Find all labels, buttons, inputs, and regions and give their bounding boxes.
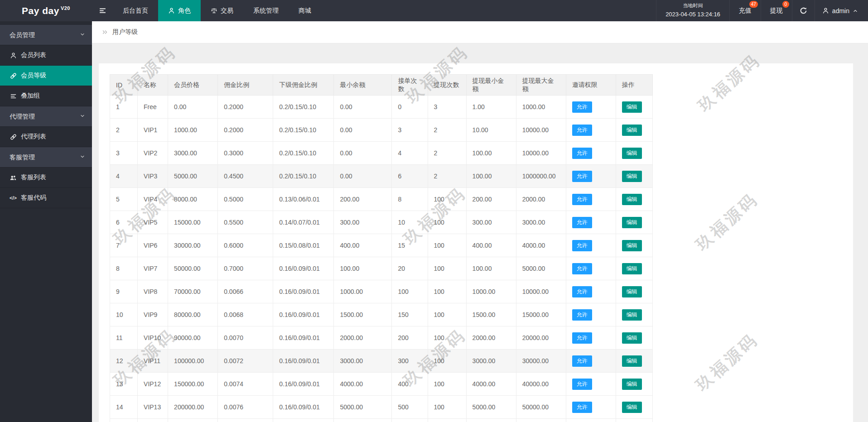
people-icon <box>10 174 17 181</box>
table-cell: 8 <box>392 188 428 211</box>
table-row: 2VIP11000.000.20000.2/0.15/0.100.003210.… <box>110 119 653 142</box>
sidebar-group[interactable]: 会员管理 <box>0 25 92 45</box>
sidebar-group[interactable]: 客服管理 <box>0 147 92 168</box>
sidebar-item[interactable]: 客服列表 <box>0 168 92 188</box>
allow-button[interactable]: 允许 <box>572 240 592 251</box>
table-cell: 允许 <box>566 188 616 211</box>
table-cell: 0.0070 <box>218 326 273 350</box>
top-nav-item[interactable]: 商城 <box>289 0 321 21</box>
table-cell: 15 <box>392 234 428 257</box>
allow-button[interactable]: 允许 <box>572 217 592 228</box>
sidebar-toggle-button[interactable] <box>92 0 113 21</box>
edit-button[interactable]: 编辑 <box>622 355 642 367</box>
table-cell: 0.0078 <box>218 419 273 422</box>
top-nav-item[interactable]: 交易 <box>201 0 243 21</box>
table-cell: 3 <box>392 119 428 142</box>
table-cell: 100 <box>428 188 466 211</box>
edit-button[interactable]: 编辑 <box>622 217 642 228</box>
table-cell: 0.16/0.09/0.01 <box>273 419 334 422</box>
table-cell: 100 <box>428 419 466 422</box>
edit-button[interactable]: 编辑 <box>622 194 642 205</box>
table-row: 15VIP14300000.000.00780.16/0.09/0.011000… <box>110 419 653 422</box>
user-menu[interactable]: admin <box>815 0 868 21</box>
edit-button[interactable]: 编辑 <box>622 402 642 413</box>
edit-button[interactable]: 编辑 <box>622 309 642 321</box>
table-cell: 400.00 <box>466 234 516 257</box>
table-cell: VIP10 <box>138 326 168 350</box>
table-cell: 15000.00 <box>168 211 218 234</box>
table-cell: 100 <box>428 373 466 396</box>
table-cell: 100 <box>428 350 466 373</box>
table-cell: 允许 <box>566 211 616 234</box>
table-cell: 300000.00 <box>168 419 218 422</box>
column-header: ID <box>110 75 138 96</box>
table-cell: 300.00 <box>466 211 516 234</box>
main-content: 用户等级 ID名称会员价格佣金比例下级佣金比例最小余额接单次数提现次数提现最小金… <box>92 21 868 422</box>
top-nav-item-label: 商城 <box>299 7 311 15</box>
person-icon <box>822 7 829 14</box>
allow-button[interactable]: 允许 <box>572 286 592 297</box>
sidebar-item[interactable]: 会员列表 <box>0 45 92 66</box>
sidebar-item-label: 会员管理 <box>10 31 35 38</box>
allow-button[interactable]: 允许 <box>572 148 592 159</box>
allow-button[interactable]: 允许 <box>572 379 592 390</box>
top-nav-item[interactable]: 角色 <box>158 0 201 21</box>
table-cell: VIP12 <box>138 373 168 396</box>
edit-button[interactable]: 编辑 <box>622 125 642 136</box>
sidebar-group[interactable]: 代理管理 <box>0 106 92 127</box>
allow-button[interactable]: 允许 <box>572 125 592 136</box>
table-row: 5VIP48000.000.50000.13/0.06/0.01200.0081… <box>110 188 653 211</box>
allow-button[interactable]: 允许 <box>572 101 592 113</box>
table-cell: 编辑 <box>616 188 652 211</box>
table-cell: 15000.00 <box>516 303 566 326</box>
table-row: 11VIP1090000.000.00700.16/0.09/0.012000.… <box>110 326 653 350</box>
table-cell: 10000.00 <box>516 280 566 303</box>
allow-button[interactable]: 允许 <box>572 402 592 413</box>
table-cell: 0.0072 <box>218 350 273 373</box>
table-cell: 5 <box>110 188 138 211</box>
column-header: 下级佣金比例 <box>273 75 334 96</box>
allow-button[interactable]: 允许 <box>572 309 592 321</box>
edit-button[interactable]: 编辑 <box>622 171 642 182</box>
app-logo: Pay day V20 <box>0 0 92 21</box>
table-cell: 100 <box>428 280 466 303</box>
sidebar-item[interactable]: 叠加组 <box>0 86 92 106</box>
edit-button[interactable]: 编辑 <box>622 148 642 159</box>
table-cell: 200.00 <box>466 188 516 211</box>
table-cell: 200 <box>392 326 428 350</box>
table-cell: VIP5 <box>138 211 168 234</box>
table-row: 10VIP980000.000.00680.16/0.09/0.011500.0… <box>110 303 653 326</box>
table-cell: 0.2/0.15/0.10 <box>273 119 334 142</box>
edit-button[interactable]: 编辑 <box>622 286 642 297</box>
table-cell: VIP11 <box>138 350 168 373</box>
sidebar-item[interactable]: 会员等级 <box>0 66 92 86</box>
table-cell: 100 <box>428 396 466 419</box>
allow-button[interactable]: 允许 <box>572 194 592 205</box>
edit-button[interactable]: 编辑 <box>622 263 642 274</box>
withdraw-button[interactable]: 提现 0 <box>761 0 792 21</box>
sidebar-item[interactable]: 代理列表 <box>0 127 92 147</box>
table-cell: 200.00 <box>334 188 392 211</box>
table-cell: 允许 <box>566 326 616 350</box>
refresh-button[interactable] <box>792 0 815 21</box>
table-cell: 2 <box>428 119 466 142</box>
top-nav-item[interactable]: 系统管理 <box>243 0 289 21</box>
edit-button[interactable]: 编辑 <box>622 379 642 390</box>
allow-button[interactable]: 允许 <box>572 263 592 274</box>
sidebar-item[interactable]: </>客服代码 <box>0 188 92 208</box>
table-cell: VIP14 <box>138 419 168 422</box>
allow-button[interactable]: 允许 <box>572 332 592 344</box>
allow-button[interactable]: 允许 <box>572 355 592 367</box>
person-icon <box>10 52 17 59</box>
table-cell: 0.5500 <box>218 211 273 234</box>
recharge-button[interactable]: 充值 47 <box>729 0 761 21</box>
person-icon <box>168 7 175 14</box>
allow-button[interactable]: 允许 <box>572 171 592 182</box>
table-row: 1Free0.000.20000.2/0.15/0.100.00031.0010… <box>110 96 653 119</box>
edit-button[interactable]: 编辑 <box>622 332 642 344</box>
table-cell: 100.00 <box>334 257 392 280</box>
edit-button[interactable]: 编辑 <box>622 101 642 113</box>
top-nav-item[interactable]: 后台首页 <box>113 0 158 21</box>
edit-button[interactable]: 编辑 <box>622 240 642 251</box>
breadcrumb: 用户等级 <box>92 21 868 43</box>
